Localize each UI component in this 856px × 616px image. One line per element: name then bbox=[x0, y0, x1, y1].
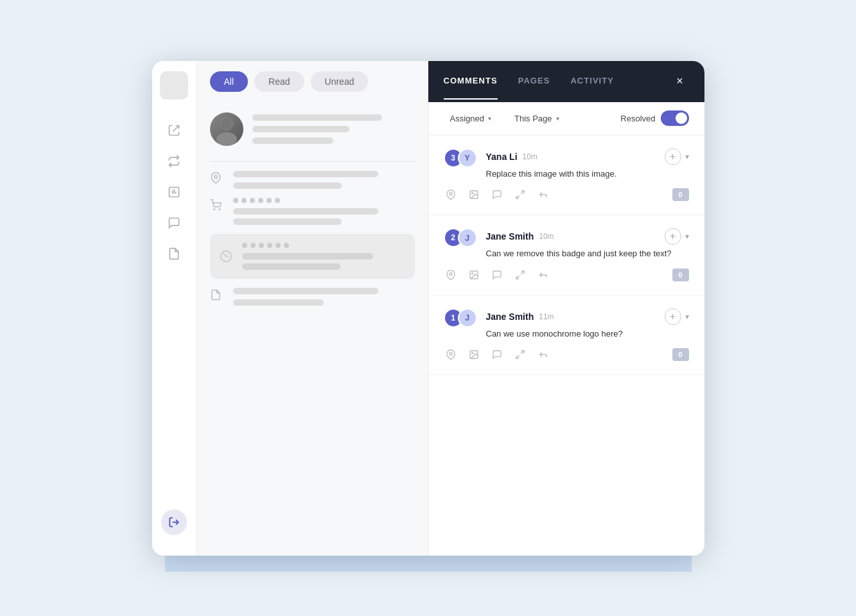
location-action-icon[interactable] bbox=[444, 188, 458, 202]
comment-time: 10m bbox=[539, 232, 554, 241]
comment-actions: 0 bbox=[444, 188, 689, 202]
assigned-filter[interactable]: Assigned ▾ bbox=[444, 110, 498, 127]
skeleton-line bbox=[252, 114, 382, 121]
right-panel: COMMENTS PAGES ACTIVITY × Assigned ▾ Thi… bbox=[428, 61, 704, 556]
tab-comments[interactable]: COMMENTS bbox=[444, 63, 498, 100]
more-options-button[interactable]: ▾ bbox=[685, 232, 689, 241]
add-reaction-button[interactable]: + bbox=[665, 228, 681, 245]
reply-count-badge: 0 bbox=[672, 188, 689, 201]
exit-button[interactable] bbox=[161, 509, 187, 535]
divider bbox=[210, 161, 415, 162]
crop-action-icon[interactable] bbox=[513, 348, 527, 362]
add-reaction-button[interactable]: + bbox=[665, 308, 681, 325]
resolved-filter: Resolved bbox=[620, 110, 688, 126]
export-icon[interactable] bbox=[162, 119, 186, 142]
tab-pages[interactable]: PAGES bbox=[518, 63, 550, 100]
profile-info bbox=[252, 114, 415, 144]
resolved-toggle[interactable] bbox=[661, 110, 689, 126]
left-panel: All Read Unread bbox=[197, 61, 428, 556]
main-card: All Read Unread bbox=[152, 61, 704, 556]
image-action-icon[interactable] bbox=[467, 188, 481, 202]
commenter-avatar: Y bbox=[458, 148, 477, 168]
comments-list: 3 Y Yana Li 10m + bbox=[428, 136, 704, 556]
all-filter-button[interactable]: All bbox=[210, 71, 249, 92]
comment-meta: Jane Smith 10m + ▾ Can we remove this ba… bbox=[486, 228, 689, 260]
read-filter-button[interactable]: Read bbox=[254, 71, 304, 92]
svg-line-17 bbox=[516, 195, 520, 198]
reply-count-badge: 0 bbox=[672, 348, 689, 361]
comment-icon[interactable] bbox=[162, 211, 186, 234]
location-row bbox=[210, 171, 415, 189]
cart-info bbox=[233, 198, 415, 225]
comment-text: Replace this image with this image. bbox=[486, 168, 689, 180]
reply-action-icon[interactable] bbox=[536, 348, 550, 362]
profile-row bbox=[210, 112, 415, 146]
svg-point-7 bbox=[216, 132, 237, 146]
filters-row: Assigned ▾ This Page ▾ Resolved bbox=[428, 102, 704, 136]
cart-row bbox=[210, 198, 415, 225]
chart-card-icon bbox=[219, 249, 233, 263]
chart-icon[interactable] bbox=[162, 180, 186, 204]
image-action-icon[interactable] bbox=[467, 268, 481, 282]
comment-time: 11m bbox=[539, 312, 554, 321]
commenter-name: Yana Li bbox=[486, 152, 518, 162]
comment-header: 2 J Jane Smith 10m + bbox=[444, 228, 689, 260]
toggle-thumb bbox=[676, 112, 687, 124]
location-action-icon[interactable] bbox=[444, 348, 458, 362]
scene: All Read Unread bbox=[107, 45, 749, 572]
reply-action-icon[interactable] bbox=[536, 268, 550, 282]
commenter-avatar: J bbox=[458, 228, 477, 247]
resolved-label: Resolved bbox=[620, 114, 655, 123]
skeleton-line bbox=[252, 137, 334, 144]
chat-action-icon[interactable] bbox=[490, 348, 504, 362]
comment-text: Can we remove this badge and just keep t… bbox=[486, 247, 689, 260]
more-options-button[interactable]: ▾ bbox=[685, 312, 689, 321]
skeleton-line bbox=[252, 126, 350, 132]
svg-line-22 bbox=[516, 276, 520, 279]
tab-activity[interactable]: ACTIVITY bbox=[570, 63, 614, 100]
filter-bar: All Read Unread bbox=[197, 61, 428, 102]
cart-icon bbox=[210, 198, 224, 213]
image-action-icon[interactable] bbox=[467, 348, 481, 362]
file-row bbox=[210, 288, 415, 306]
file-icon bbox=[210, 288, 224, 303]
commenter-name: Jane Smith bbox=[486, 312, 534, 322]
chevron-down-icon: ▾ bbox=[556, 115, 559, 122]
comment-item: 3 Y Yana Li 10m + bbox=[428, 136, 704, 216]
unread-filter-button[interactable]: Unread bbox=[311, 71, 369, 92]
location-action-icon[interactable] bbox=[444, 268, 458, 282]
chevron-down-icon: ▾ bbox=[488, 115, 491, 122]
transfer-icon[interactable] bbox=[162, 150, 186, 173]
chat-action-icon[interactable] bbox=[490, 188, 504, 202]
card-skeleton bbox=[210, 234, 415, 279]
crop-action-icon[interactable] bbox=[513, 188, 527, 202]
sidebar-logo bbox=[160, 71, 188, 100]
badge-group: 2 J bbox=[444, 228, 477, 247]
comment-meta: Yana Li 10m + ▾ Replace this image with … bbox=[486, 148, 689, 180]
badge-group: 3 Y bbox=[444, 148, 477, 168]
svg-line-16 bbox=[521, 191, 524, 194]
commenter-avatar: J bbox=[458, 308, 477, 328]
document-icon[interactable] bbox=[162, 242, 186, 265]
this-page-filter[interactable]: This Page ▾ bbox=[508, 110, 566, 127]
top-navigation: COMMENTS PAGES ACTIVITY × bbox=[428, 61, 704, 102]
add-reaction-button[interactable]: + bbox=[665, 148, 681, 165]
location-icon bbox=[210, 171, 224, 186]
svg-line-0 bbox=[173, 125, 179, 131]
svg-point-18 bbox=[450, 272, 452, 275]
nav-tabs: COMMENTS PAGES ACTIVITY bbox=[444, 63, 671, 100]
close-button[interactable]: × bbox=[671, 73, 689, 91]
svg-line-26 bbox=[521, 351, 524, 354]
chat-action-icon[interactable] bbox=[490, 268, 504, 282]
left-content bbox=[197, 102, 428, 556]
more-options-button[interactable]: ▾ bbox=[685, 152, 689, 161]
crop-action-icon[interactable] bbox=[513, 268, 527, 282]
svg-point-25 bbox=[471, 353, 473, 354]
svg-line-27 bbox=[516, 355, 520, 358]
sidebar bbox=[152, 61, 197, 556]
reply-action-icon[interactable] bbox=[536, 188, 550, 202]
badge-group: 1 J bbox=[444, 308, 477, 328]
avatar bbox=[210, 112, 243, 146]
svg-point-20 bbox=[471, 272, 473, 274]
comment-meta: Jane Smith 11m + ▾ Can we use monochrome… bbox=[486, 308, 689, 340]
